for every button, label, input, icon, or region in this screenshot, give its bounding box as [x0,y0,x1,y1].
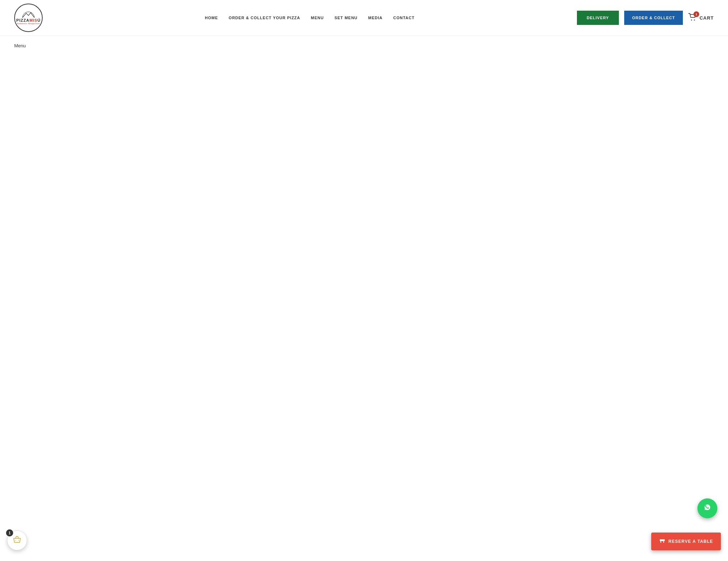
floating-cart-button[interactable]: 1 [7,530,27,550]
svg-point-1 [691,20,692,21]
svg-point-4 [15,540,16,541]
main-content [0,55,728,340]
svg-rect-6 [660,540,665,541]
cart-label: CART [700,15,714,21]
reserve-table-label: RESERVE A TABLE [668,539,713,544]
svg-rect-7 [660,541,661,543]
nav-item-media[interactable]: MEDIA [368,16,382,20]
logo-mountain-icon [21,11,36,18]
nav-item-menu[interactable]: MENU [311,16,324,20]
reserve-table-button[interactable]: RESERVE A TABLE [651,533,721,550]
logo-text: PIZZAMISÚ Authentic Neapolitan [16,18,41,25]
reserve-table-icon [659,538,665,545]
svg-point-0 [22,12,34,18]
header-right: DELIVERY ORDER & COLLECT 1 CART [577,11,714,25]
main-nav: HOME ORDER & COLLECT YOUR PIZZA MENU SET… [43,16,577,20]
nav-item-home[interactable]: HOME [205,16,218,20]
nav-item-contact[interactable]: CONTACT [393,16,414,20]
whatsapp-button[interactable] [697,498,717,518]
nav-item-order-collect[interactable]: ORDER & COLLECT YOUR PIZZA [229,16,300,20]
logo-circle: PIZZAMISÚ Authentic Neapolitan [14,4,43,32]
header: PIZZAMISÚ Authentic Neapolitan HOME ORDE… [0,0,728,36]
floating-cart-badge: 1 [6,529,13,536]
logo[interactable]: PIZZAMISÚ Authentic Neapolitan [14,4,43,32]
svg-point-5 [18,540,19,541]
floating-cart-icon [12,536,22,545]
cart-container[interactable]: 1 CART [688,13,714,22]
cart-badge: 1 [694,11,699,17]
delivery-button[interactable]: DELIVERY [577,11,619,25]
nav-item-set-menu[interactable]: SET MENU [334,16,358,20]
whatsapp-icon [702,502,713,515]
svg-rect-8 [663,541,664,543]
svg-point-2 [694,20,695,21]
order-collect-button[interactable]: ORDER & COLLECT [624,11,683,25]
breadcrumb: Menu [0,36,728,55]
breadcrumb-text: Menu [14,43,26,48]
svg-rect-9 [660,539,665,540]
cart-icon-wrapper: 1 [688,13,697,22]
